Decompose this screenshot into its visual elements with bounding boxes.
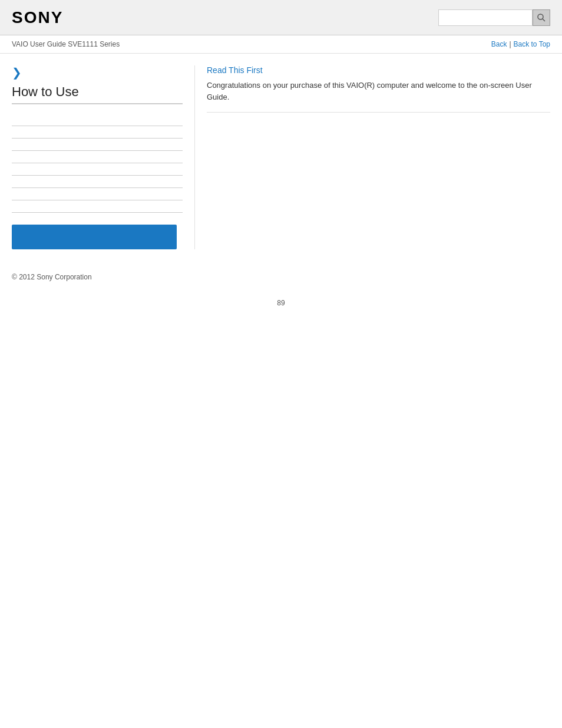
back-to-top-link[interactable]: Back to Top <box>514 40 550 48</box>
sony-logo: SONY <box>12 8 63 27</box>
nav-right: Back | Back to Top <box>491 40 550 48</box>
search-icon <box>537 13 546 22</box>
main-content: ❯ How to Use <box>0 54 562 261</box>
copyright: © 2012 Sony Corporation <box>12 273 92 281</box>
list-item[interactable] <box>12 126 183 139</box>
search-container <box>438 9 550 26</box>
read-this-first-link[interactable]: Read This First <box>207 65 550 75</box>
footer: © 2012 Sony Corporation <box>0 261 562 293</box>
list-item[interactable] <box>12 163 183 176</box>
search-button[interactable] <box>533 9 550 26</box>
sidebar-items <box>12 114 183 213</box>
breadcrumb: VAIO User Guide SVE1111 Series <box>12 40 120 48</box>
page-number: 89 <box>0 293 562 313</box>
section-title: How to Use <box>12 84 183 104</box>
search-input[interactable] <box>438 9 533 26</box>
content-area: Read This First Congratulations on your … <box>194 65 550 249</box>
nav-bar: VAIO User Guide SVE1111 Series Back | Ba… <box>0 35 562 54</box>
list-item[interactable] <box>12 139 183 151</box>
list-item[interactable] <box>12 176 183 188</box>
list-item[interactable] <box>12 151 183 163</box>
blue-box-banner <box>12 225 177 249</box>
list-item[interactable] <box>12 114 183 126</box>
svg-point-0 <box>538 14 543 19</box>
svg-line-1 <box>543 19 545 21</box>
content-description: Congratulations on your purchase of this… <box>207 80 550 113</box>
chevron-right-icon: ❯ <box>12 65 183 80</box>
back-link[interactable]: Back <box>491 40 507 48</box>
sidebar: ❯ How to Use <box>12 65 194 249</box>
nav-separator: | <box>509 40 511 48</box>
header: SONY <box>0 0 562 35</box>
list-item[interactable] <box>12 200 183 213</box>
list-item[interactable] <box>12 188 183 200</box>
